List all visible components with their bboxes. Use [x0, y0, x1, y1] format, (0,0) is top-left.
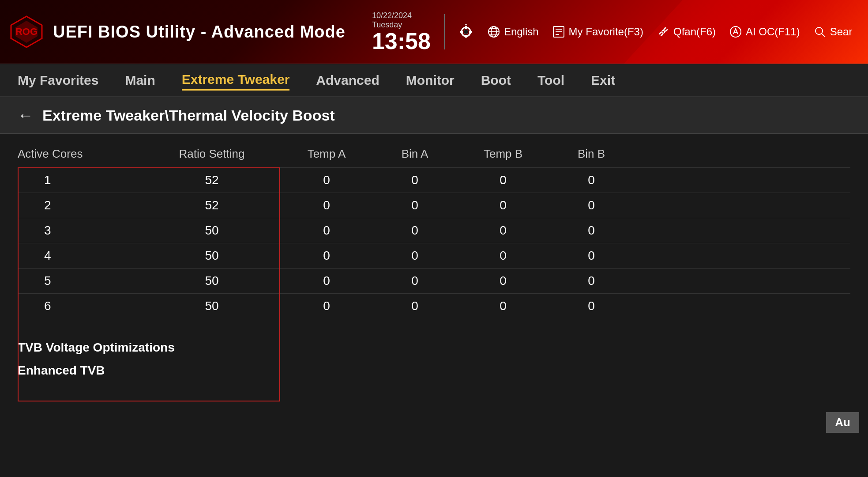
table-cell-row3-col0[interactable]: 4 — [18, 249, 141, 263]
settings-button[interactable] — [458, 24, 474, 40]
right-box: Au — [826, 412, 859, 433]
table-cell-row0-col3[interactable]: 0 — [371, 173, 459, 187]
table-cell-row1-col3[interactable]: 0 — [371, 198, 459, 212]
table-cell-row1-col1[interactable]: 52 — [141, 198, 282, 212]
svg-text:ROG: ROG — [15, 26, 38, 37]
table-cell-row5-col4[interactable]: 0 — [459, 299, 547, 313]
search-label: Sear — [830, 26, 853, 38]
bios-title: UEFI BIOS Utility - Advanced Mode — [53, 23, 346, 42]
table-cell-row5-col2[interactable]: 0 — [282, 299, 371, 313]
breadcrumb-bar: ← Extreme Tweaker\Thermal Velocity Boost — [0, 97, 868, 134]
gear-icon — [458, 24, 474, 40]
nav-menu: My FavoritesMainExtreme TweakerAdvancedM… — [0, 64, 868, 97]
table-cell-row5-col5[interactable]: 0 — [547, 299, 635, 313]
table-cell-row4-col5[interactable]: 0 — [547, 274, 635, 288]
svg-point-27 — [815, 27, 823, 34]
table-row[interactable]: 1520000 — [18, 167, 850, 193]
table-cell-row0-col1[interactable]: 52 — [141, 173, 282, 187]
table-wrapper: 1520000252000035000004500000550000065000… — [18, 167, 850, 318]
fan-icon — [657, 25, 670, 38]
nav-item-advanced[interactable]: Advanced — [316, 71, 379, 90]
language-label: English — [504, 26, 539, 38]
nav-item-tool[interactable]: Tool — [537, 71, 564, 90]
table-cell-row3-col3[interactable]: 0 — [371, 249, 459, 263]
table-cell-row0-col0[interactable]: 1 — [18, 173, 141, 187]
qfan-label: Qfan(F6) — [673, 26, 716, 38]
table-cell-row2-col4[interactable]: 0 — [459, 223, 547, 238]
table-cell-row1-col5[interactable]: 0 — [547, 198, 635, 212]
aioc-icon — [729, 25, 742, 38]
date-display: 10/22/2024 Tuesday — [372, 11, 412, 30]
table-cell-row0-col2[interactable]: 0 — [282, 173, 371, 187]
table-row[interactable]: 6500000 — [18, 293, 850, 318]
table-cell-row4-col2[interactable]: 0 — [282, 274, 371, 288]
table-header-bin-b: Bin B — [547, 147, 635, 161]
rog-logo: ROG — [9, 14, 44, 49]
back-button[interactable]: ← — [18, 106, 34, 125]
table-cell-row5-col1[interactable]: 50 — [141, 299, 282, 313]
table-cell-row2-col5[interactable]: 0 — [547, 223, 635, 238]
time-display: 13:58 — [372, 30, 431, 53]
table-cell-row4-col0[interactable]: 5 — [18, 274, 141, 288]
table-cell-row1-col0[interactable]: 2 — [18, 198, 141, 212]
table-cell-row5-col0[interactable]: 6 — [18, 299, 141, 313]
top-bar: ROG UEFI BIOS Utility - Advanced Mode 10… — [0, 0, 868, 64]
language-button[interactable]: English — [487, 25, 539, 38]
table-row[interactable]: 5500000 — [18, 268, 850, 293]
table-cell-row2-col2[interactable]: 0 — [282, 223, 371, 238]
datetime-area: 10/22/2024 Tuesday 13:58 — [372, 11, 431, 53]
nav-item-boot[interactable]: Boot — [481, 71, 511, 90]
nav-item-monitor[interactable]: Monitor — [406, 71, 455, 90]
aioc-button[interactable]: AI OC(F11) — [729, 25, 800, 38]
table-cell-row4-col3[interactable]: 0 — [371, 274, 459, 288]
nav-item-extreme-tweaker[interactable]: Extreme Tweaker — [182, 70, 290, 91]
table-cell-row0-col5[interactable]: 0 — [547, 173, 635, 187]
table-header-bin-a: Bin A — [371, 147, 459, 161]
table-cell-row0-col4[interactable]: 0 — [459, 173, 547, 187]
table-cell-row5-col3[interactable]: 0 — [371, 299, 459, 313]
bottom-section-label[interactable]: Enhanced TVB — [18, 363, 850, 378]
search-button[interactable]: Sear — [813, 25, 853, 38]
breadcrumb: Extreme Tweaker\Thermal Velocity Boost — [42, 107, 335, 124]
table-cell-row2-col3[interactable]: 0 — [371, 223, 459, 238]
bottom-section: TVB Voltage OptimizationsEnhanced TVB — [0, 327, 868, 400]
table-cell-row1-col2[interactable]: 0 — [282, 198, 371, 212]
table-cell-row2-col1[interactable]: 50 — [141, 223, 282, 238]
table-row[interactable]: 4500000 — [18, 243, 850, 268]
svg-point-5 — [464, 30, 468, 34]
table-cell-row2-col0[interactable]: 3 — [18, 223, 141, 238]
table-area: Active CoresRatio SettingTemp ABin ATemp… — [0, 134, 868, 327]
table-row[interactable]: 3500000 — [18, 218, 850, 243]
svg-point-24 — [662, 30, 665, 33]
table-cell-row4-col1[interactable]: 50 — [141, 274, 282, 288]
logo-area: ROG UEFI BIOS Utility - Advanced Mode — [9, 14, 346, 49]
bottom-section-label[interactable]: TVB Voltage Optimizations — [18, 341, 850, 355]
nav-item-exit[interactable]: Exit — [591, 71, 615, 90]
table-cell-row4-col4[interactable]: 0 — [459, 274, 547, 288]
nav-item-my-favorites[interactable]: My Favorites — [18, 71, 98, 90]
table-cell-row1-col4[interactable]: 0 — [459, 198, 547, 212]
table-header-active-cores: Active Cores — [18, 147, 141, 161]
svg-line-28 — [822, 34, 825, 37]
favorites-icon — [552, 25, 565, 38]
search-icon — [813, 25, 827, 38]
top-actions: English My Favorite(F3) Qfan(F6) — [458, 24, 853, 40]
table-cell-row3-col4[interactable]: 0 — [459, 249, 547, 263]
header-divider — [444, 14, 445, 49]
globe-icon — [487, 25, 500, 38]
qfan-button[interactable]: Qfan(F6) — [657, 25, 716, 38]
table-cell-row3-col1[interactable]: 50 — [141, 249, 282, 263]
table-header-ratio-setting: Ratio Setting — [141, 147, 282, 161]
table-cell-row3-col5[interactable]: 0 — [547, 249, 635, 263]
favorites-button[interactable]: My Favorite(F3) — [552, 25, 643, 38]
nav-item-main[interactable]: Main — [125, 71, 155, 90]
table-headers: Active CoresRatio SettingTemp ABin ATemp… — [18, 143, 850, 165]
aioc-label: AI OC(F11) — [746, 26, 800, 38]
table-row[interactable]: 2520000 — [18, 193, 850, 218]
table-cell-row3-col2[interactable]: 0 — [282, 249, 371, 263]
table-header-temp-b: Temp B — [459, 147, 547, 161]
table-header-temp-a: Temp A — [282, 147, 371, 161]
favorites-label: My Favorite(F3) — [569, 26, 643, 38]
